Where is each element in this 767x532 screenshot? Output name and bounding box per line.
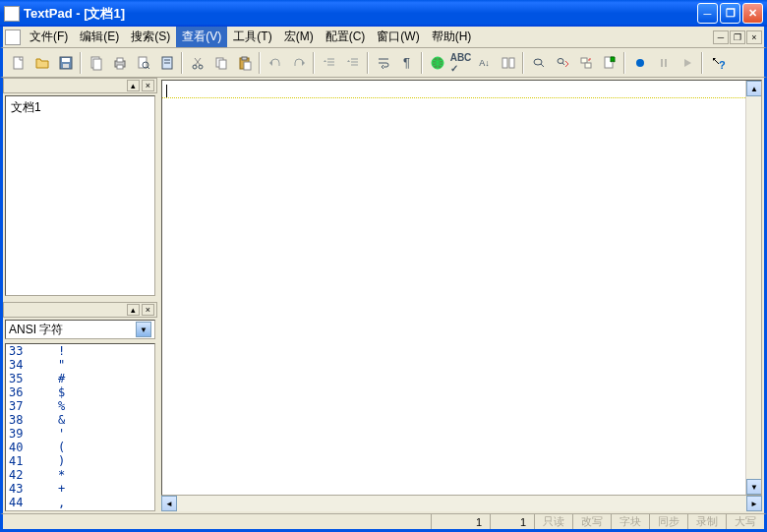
scroll-left-icon[interactable]: ◄: [161, 496, 177, 511]
find-icon[interactable]: [527, 51, 550, 74]
save-icon[interactable]: [54, 51, 77, 74]
wordwrap-icon[interactable]: [372, 51, 394, 74]
menu-config[interactable]: 配置(C): [320, 27, 372, 47]
outdent-icon[interactable]: [341, 51, 364, 74]
replace-icon[interactable]: [574, 51, 597, 74]
toolbar: ¶ ABC✓ A↓ ?: [0, 48, 767, 78]
menu-view[interactable]: 查看(V): [176, 27, 227, 47]
app-icon: [4, 6, 20, 22]
svg-point-39: [636, 59, 644, 67]
menu-bar: 文件(F) 编辑(E) 搜索(S) 查看(V) 工具(T) 宏(M) 配置(C)…: [0, 27, 767, 48]
menu-search[interactable]: 搜索(S): [125, 27, 176, 47]
status-record: 录制: [687, 514, 726, 529]
svg-rect-40: [661, 59, 663, 67]
char-row[interactable]: 37%: [6, 399, 154, 413]
svg-rect-5: [93, 59, 101, 70]
scroll-right-icon[interactable]: ►: [746, 496, 762, 511]
bookmark-icon[interactable]: [598, 51, 620, 74]
scroll-down-icon[interactable]: ▼: [746, 479, 762, 495]
new-file-icon[interactable]: [7, 51, 30, 74]
open-file-icon[interactable]: [30, 51, 53, 74]
menu-file[interactable]: 文件(F): [24, 27, 74, 47]
horizontal-scrollbar[interactable]: ◄ ►: [161, 496, 762, 511]
svg-rect-2: [62, 58, 70, 62]
print-icon[interactable]: [108, 51, 131, 74]
spellcheck-icon[interactable]: ABC✓: [449, 51, 472, 74]
editor-area: ▲ ▼ ◄ ►: [161, 78, 764, 513]
char-row[interactable]: 41): [6, 454, 154, 468]
minimize-button[interactable]: ─: [697, 3, 718, 24]
context-help-icon[interactable]: ?: [706, 51, 729, 74]
hscroll-track[interactable]: [177, 496, 746, 511]
char-row[interactable]: 42*: [6, 468, 154, 482]
char-row[interactable]: 34": [6, 358, 154, 372]
status-bar: 1 1 只读 改写 字块 同步 录制 大写: [0, 513, 767, 532]
content-area: ▴ × 文档1 ▴ × ANSI 字符 ▼ 33!34"35#36$37%38&…: [0, 78, 767, 513]
paste-icon[interactable]: [233, 51, 256, 74]
menu-tools[interactable]: 工具(T): [227, 27, 277, 47]
redo-icon[interactable]: [287, 51, 310, 74]
mdi-close[interactable]: ×: [746, 30, 762, 44]
svg-rect-3: [63, 64, 69, 68]
svg-rect-36: [581, 58, 587, 63]
title-bar: TextPad - [文档1] ─ ❐ ✕: [0, 0, 767, 27]
panel-close-icon[interactable]: ×: [142, 304, 154, 316]
svg-rect-41: [665, 59, 667, 67]
vertical-scrollbar[interactable]: ▲ ▼: [745, 81, 761, 495]
browser-icon[interactable]: [426, 51, 448, 74]
mdi-restore[interactable]: ❐: [730, 30, 745, 44]
char-list[interactable]: 33!34"35#36$37%38&39'40(41)42*43+44,: [5, 343, 155, 511]
close-button[interactable]: ✕: [742, 3, 763, 24]
menu-window[interactable]: 窗口(W): [371, 27, 425, 47]
char-row[interactable]: 36$: [6, 385, 154, 399]
document-list[interactable]: 文档1: [5, 95, 155, 296]
macro-play-icon[interactable]: [676, 51, 698, 74]
cut-icon[interactable]: [186, 51, 208, 74]
char-row[interactable]: 39': [6, 427, 154, 441]
svg-line-35: [562, 63, 564, 65]
maximize-button[interactable]: ❐: [720, 3, 740, 24]
char-row[interactable]: 43+: [6, 482, 154, 496]
menu-help[interactable]: 帮助(H): [426, 27, 478, 47]
svg-rect-7: [117, 58, 123, 62]
panel-menu-icon[interactable]: ▴: [127, 80, 140, 91]
text-editor[interactable]: ▲ ▼: [161, 80, 762, 496]
char-row[interactable]: 40(: [6, 441, 154, 454]
undo-icon[interactable]: [264, 51, 286, 74]
svg-text:?: ?: [719, 59, 726, 71]
char-panel: ▴ × ANSI 字符 ▼ 33!34"35#36$37%38&39'40(41…: [3, 302, 157, 513]
properties-icon[interactable]: [155, 51, 178, 74]
menu-edit[interactable]: 编辑(E): [74, 27, 125, 47]
status-sync: 同步: [649, 514, 687, 529]
svg-rect-0: [14, 57, 23, 69]
panel-menu-icon[interactable]: ▴: [127, 304, 140, 316]
svg-rect-21: [244, 62, 251, 70]
svg-line-33: [541, 64, 544, 67]
sort-asc-icon[interactable]: A↓: [473, 51, 496, 74]
print-preview-icon[interactable]: [132, 51, 154, 74]
show-para-icon[interactable]: ¶: [395, 51, 418, 74]
indent-icon[interactable]: [318, 51, 340, 74]
compare-icon[interactable]: [497, 51, 519, 74]
copy-icon[interactable]: [209, 51, 232, 74]
charset-dropdown[interactable]: ANSI 字符 ▼: [5, 320, 155, 339]
char-row[interactable]: 35#: [6, 372, 154, 385]
manage-files-icon[interactable]: [85, 51, 107, 74]
document-item[interactable]: 文档1: [8, 98, 152, 117]
char-row[interactable]: 33!: [6, 344, 154, 358]
char-row[interactable]: 38&: [6, 413, 154, 427]
mdi-icon[interactable]: [5, 30, 21, 45]
char-panel-header: ▴ ×: [3, 302, 157, 318]
macro-pause-icon[interactable]: [652, 51, 675, 74]
panel-close-icon[interactable]: ×: [142, 80, 154, 91]
menu-macro[interactable]: 宏(M): [278, 27, 320, 47]
scroll-up-icon[interactable]: ▲: [746, 81, 762, 96]
char-row[interactable]: 44,: [6, 496, 154, 509]
mdi-minimize[interactable]: ─: [713, 30, 729, 44]
svg-rect-30: [502, 58, 507, 68]
find-next-icon[interactable]: [551, 51, 573, 74]
status-line: 1: [431, 514, 490, 529]
macro-record-icon[interactable]: [628, 51, 651, 74]
status-block: 字块: [611, 514, 649, 529]
editor-guideline: [162, 97, 747, 98]
